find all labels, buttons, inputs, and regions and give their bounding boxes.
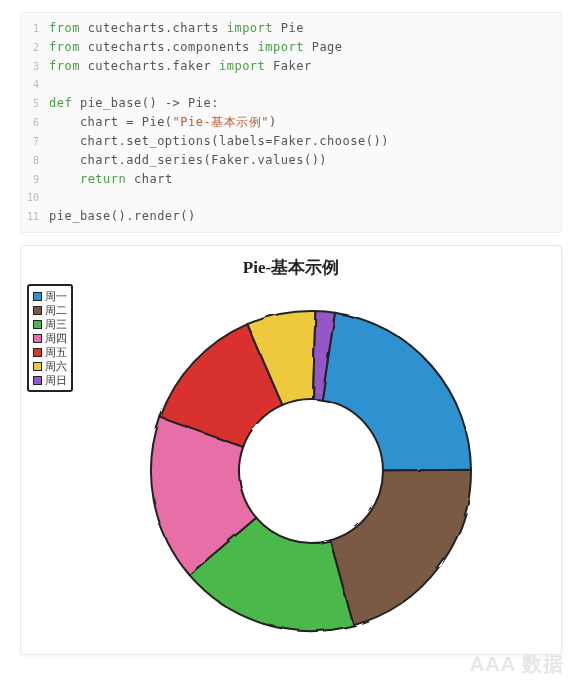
line-number: 9 — [21, 171, 49, 189]
code-text: def pie_base() -> Pie: — [49, 94, 219, 112]
code-text: from cutecharts.charts import Pie — [49, 19, 304, 37]
code-text: return chart — [49, 170, 173, 188]
line-number: 10 — [21, 189, 49, 207]
line-number: 11 — [21, 208, 49, 226]
code-line: 10 — [21, 189, 561, 207]
pie-slice — [330, 470, 471, 625]
code-text: from cutecharts.components import Page — [49, 38, 343, 56]
line-number: 7 — [21, 133, 49, 151]
code-line: 11pie_base().render() — [21, 207, 561, 226]
code-line: 9 return chart — [21, 170, 561, 189]
line-number: 1 — [21, 20, 49, 38]
code-line: 8 chart.add_series(Faker.values()) — [21, 151, 561, 170]
code-line: 5def pie_base() -> Pie: — [21, 94, 561, 113]
line-number: 8 — [21, 152, 49, 170]
line-number: 4 — [21, 76, 49, 94]
chart-card: Pie-基本示例 周一周二周三周四周五周六周日 — [20, 245, 562, 655]
code-line: 7 chart.set_options(labels=Faker.choose(… — [21, 132, 561, 151]
code-text: pie_base().render() — [49, 207, 196, 225]
line-number: 6 — [21, 114, 49, 132]
code-text: chart.set_options(labels=Faker.choose()) — [49, 132, 389, 150]
line-number: 5 — [21, 95, 49, 113]
code-block: 1from cutecharts.charts import Pie2from … — [20, 12, 562, 233]
line-number: 3 — [21, 58, 49, 76]
pie-slice — [322, 313, 471, 471]
code-line: 4 — [21, 76, 561, 94]
code-text: from cutecharts.faker import Faker — [49, 57, 312, 75]
line-number: 2 — [21, 39, 49, 57]
code-line: 6 chart = Pie("Pie-基本示例") — [21, 113, 561, 132]
code-text: chart = Pie("Pie-基本示例") — [49, 113, 277, 131]
donut-chart — [21, 276, 561, 656]
chart-title: Pie-基本示例 — [21, 246, 561, 279]
code-text: chart.add_series(Faker.values()) — [49, 151, 327, 169]
code-line: 1from cutecharts.charts import Pie — [21, 19, 561, 38]
watermark: AAA 数据 — [470, 651, 564, 678]
code-line: 3from cutecharts.faker import Faker — [21, 57, 561, 76]
code-line: 2from cutecharts.components import Page — [21, 38, 561, 57]
